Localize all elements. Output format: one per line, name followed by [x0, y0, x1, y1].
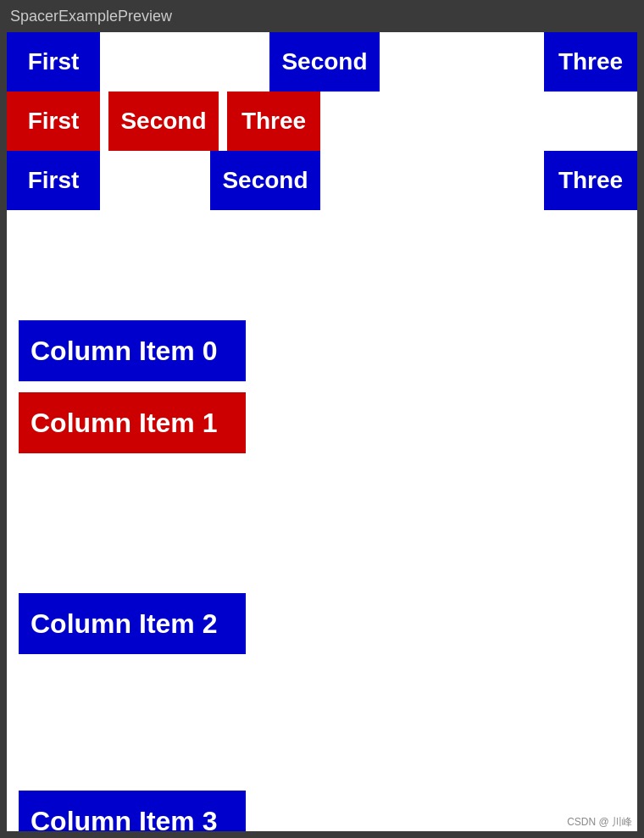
row2-second-button[interactable]: Second — [108, 92, 219, 151]
app-title: SpacerExamplePreview — [10, 8, 172, 25]
row3-spacer2 — [320, 151, 544, 210]
row1-spacer1 — [100, 32, 269, 92]
row2: First Second Three — [7, 92, 320, 151]
column-item-2[interactable]: Column Item 2 — [19, 593, 246, 654]
row2-three-button[interactable]: Three — [227, 92, 320, 151]
main-content: First Second Three First Second Three Fi… — [7, 32, 637, 831]
row3-three-button[interactable]: Three — [544, 151, 637, 210]
watermark: CSDN @ 川峰 — [567, 815, 632, 830]
row3-first-button[interactable]: First — [7, 151, 100, 210]
column-item-3[interactable]: Column Item 3 — [19, 791, 246, 831]
row1: First Second Three — [7, 32, 637, 92]
column-item-1[interactable]: Column Item 1 — [19, 392, 246, 453]
column-item-0[interactable]: Column Item 0 — [19, 320, 246, 381]
title-bar: SpacerExamplePreview — [0, 0, 644, 32]
row2-first-button[interactable]: First — [7, 92, 100, 151]
row3: First Second Three — [7, 151, 637, 210]
row1-spacer2 — [380, 32, 544, 92]
row3-second-button[interactable]: Second — [210, 151, 320, 210]
row3-spacer1 — [100, 151, 210, 210]
row1-three-button[interactable]: Three — [544, 32, 637, 92]
row1-first-button[interactable]: First — [7, 32, 100, 92]
row1-second-button[interactable]: Second — [269, 32, 380, 92]
